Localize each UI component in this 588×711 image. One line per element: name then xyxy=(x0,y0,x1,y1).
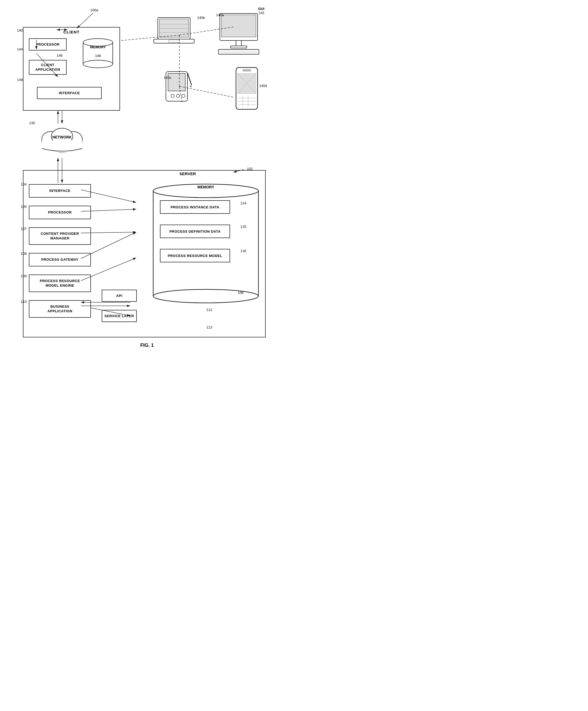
ref-104: 104 xyxy=(21,182,27,186)
svg-rect-22 xyxy=(219,49,259,54)
svg-rect-17 xyxy=(168,40,179,42)
client-app-box: CLIENT APPLICATION xyxy=(29,60,67,75)
memory-ref: 148 xyxy=(82,54,114,58)
ref-140b: 140b xyxy=(197,16,205,20)
ref-142: 142 xyxy=(258,11,264,15)
process-gateway-box: PROCESS GATEWAY xyxy=(29,253,91,266)
ref-140a: 140a xyxy=(216,13,224,17)
client-box: CLIENT PROCESSOR MEMORY 148 CLIENT APPLI… xyxy=(23,27,120,111)
ref-107: 107 xyxy=(21,227,27,231)
server-label: SERVER xyxy=(179,171,196,176)
ref-112: 112 xyxy=(206,308,212,312)
ref-108: 108 xyxy=(21,252,27,256)
fig-caption: FIG. 1 xyxy=(12,343,282,348)
svg-point-28 xyxy=(176,94,180,98)
ref-144: 144 xyxy=(17,47,23,51)
diagram: 100a CLIENT PROCESSOR MEMORY 148 CLIENT … xyxy=(12,5,282,348)
svg-point-2 xyxy=(83,60,113,68)
server-processor-box: PROCESSOR xyxy=(29,206,91,219)
api-box: API xyxy=(102,289,137,302)
svg-rect-12 xyxy=(159,19,188,37)
ref-109: 109 xyxy=(21,274,27,278)
gui-label: GUI xyxy=(258,7,264,11)
svg-rect-33 xyxy=(243,69,251,71)
ref-146: 146 xyxy=(56,53,63,58)
ref-130: 130 xyxy=(29,121,35,125)
processor-box: PROCESSOR xyxy=(29,38,67,50)
process-definition-box: PROCESS DEFINITION DATA xyxy=(160,224,230,238)
ref-140c: 140c xyxy=(164,76,171,80)
ref-118: 118 xyxy=(240,249,246,253)
process-instance-box: PROCESS INSTANCE DATA xyxy=(160,200,230,214)
svg-rect-21 xyxy=(231,46,247,48)
svg-point-29 xyxy=(182,94,185,98)
ref-149: 149 xyxy=(17,78,23,82)
desktop-device: GUI 142 xyxy=(217,12,266,57)
server-interface-box: INTERFACE xyxy=(29,184,91,198)
ref-140d: 140d xyxy=(259,84,267,88)
memory-label: MEMORY xyxy=(82,45,114,49)
process-resource-engine-box: PROCESS RESOURCE MODEL ENGINE xyxy=(29,275,91,292)
svg-marker-31 xyxy=(190,85,191,88)
ref-106: 106 xyxy=(238,291,244,295)
ref-113: 113 xyxy=(206,325,212,329)
client-label: CLIENT xyxy=(23,30,119,34)
client-interface-box: INTERFACE xyxy=(37,87,102,99)
ref-105: 105 xyxy=(21,204,27,209)
process-resource-model-box: PROCESS RESOURCE MODEL xyxy=(160,249,230,262)
memory-cylinder xyxy=(82,37,114,69)
svg-rect-20 xyxy=(236,41,242,46)
ref-116: 116 xyxy=(240,224,246,229)
ref-114: 114 xyxy=(240,201,246,205)
network-cloud: NETWORK xyxy=(38,122,86,158)
network-label: NETWORK xyxy=(38,135,86,139)
ref-140: 140 xyxy=(17,28,23,33)
svg-line-44 xyxy=(77,13,93,28)
laptop-device xyxy=(152,16,196,50)
business-app-box: BUSINESS APPLICATION xyxy=(29,300,91,318)
svg-point-27 xyxy=(171,94,174,98)
mobile-device xyxy=(233,66,260,113)
ref-102: 102 xyxy=(247,167,253,171)
cpm-box: CONTENT PROVIDER MANAGER xyxy=(29,227,91,245)
server-memory-label: MEMORY xyxy=(152,185,260,189)
ref-100a: 100a xyxy=(90,8,98,12)
server-box: INTERFACE PROCESSOR CONTENT PROVIDER MAN… xyxy=(23,170,266,338)
service-layer-box: SERVICE LAYER xyxy=(102,310,137,322)
svg-rect-19 xyxy=(222,15,256,37)
ref-110: 110 xyxy=(21,300,27,304)
svg-line-30 xyxy=(187,73,191,85)
